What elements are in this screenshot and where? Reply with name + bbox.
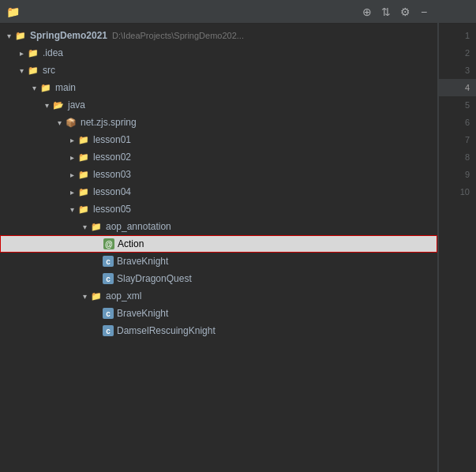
tree-item-lesson01[interactable]: 📁lesson01 <box>0 131 437 148</box>
line-panel-header <box>439 0 476 24</box>
folder-icon: 📁 <box>14 29 27 42</box>
arrow-empty <box>92 256 103 267</box>
item-label-aop_xml: aop_xml <box>106 290 141 302</box>
arrow-open[interactable] <box>41 99 52 111</box>
line-number-1: 1 <box>439 27 476 44</box>
folder-icon: 📁 <box>27 47 39 59</box>
folder-icon: 📁 <box>90 220 103 233</box>
tree-item-BraveKnight[interactable]: cBraveKnight <box>0 253 437 270</box>
item-label-main: main <box>55 82 76 93</box>
folder-icon: 📁 <box>77 203 90 215</box>
item-label-lesson01: lesson01 <box>93 134 131 145</box>
arrow-closed[interactable] <box>66 169 77 180</box>
tree-item-lesson05[interactable]: 📁lesson05 <box>0 200 437 218</box>
arrow-open[interactable] <box>79 221 90 232</box>
item-label-BraveKnight2: BraveKnight <box>117 308 168 319</box>
arrow-open[interactable] <box>16 65 27 76</box>
tree-item-net.zjs.spring[interactable]: 📦net.zjs.spring <box>0 114 437 131</box>
item-label-java: java <box>68 99 85 111</box>
line-number-4: 4 <box>439 79 476 96</box>
item-label-BraveKnight: BraveKnight <box>117 256 168 267</box>
tree-item-aop_xml[interactable]: 📁aop_xml <box>0 287 437 305</box>
settings-icon[interactable]: ⚙ <box>398 5 412 19</box>
arrow-open[interactable] <box>79 290 90 302</box>
tree-item-lesson04[interactable]: 📁lesson04 <box>0 183 437 200</box>
arrow-open[interactable] <box>3 30 14 41</box>
line-number-8: 8 <box>439 148 476 166</box>
folder-icon: 📁 <box>39 81 52 94</box>
project-panel: 📁 ⊕ ⇅ ⚙ − 📁SpringDemo2021D:\IdeaProjects… <box>0 0 438 472</box>
line-number-10: 10 <box>439 183 476 200</box>
tree-item-SlayDragonQuest[interactable]: cSlayDragonQuest <box>0 270 437 287</box>
tree-item-main[interactable]: 📁main <box>0 79 437 96</box>
folder-icon-header: 📁 <box>6 6 20 18</box>
item-label-aop_annotation: aop_annotation <box>106 221 171 232</box>
header-icons: ⊕ ⇅ ⚙ − <box>360 5 431 19</box>
add-icon[interactable]: ⊕ <box>360 5 374 19</box>
sort-icon[interactable]: ⇅ <box>379 5 393 19</box>
arrow-empty <box>92 238 103 249</box>
annotation-icon: @ <box>103 238 114 249</box>
item-label-lesson05: lesson05 <box>93 204 131 215</box>
line-number-5: 5 <box>439 96 476 114</box>
class-icon: c <box>103 308 114 319</box>
line-number-9: 9 <box>439 166 476 183</box>
project-tree[interactable]: 📁SpringDemo2021D:\IdeaProjects\SpringDem… <box>0 24 437 472</box>
item-label-src: src <box>43 65 55 76</box>
class-icon: c <box>103 325 114 336</box>
folder-icon: 📁 <box>77 133 90 146</box>
tree-item-Action[interactable]: @Action <box>0 235 437 253</box>
arrow-closed[interactable] <box>66 134 77 145</box>
line-numbers: 12345678910 <box>439 24 476 472</box>
arrow-empty <box>92 308 103 319</box>
line-number-3: 3 <box>439 62 476 79</box>
arrow-empty <box>92 273 103 284</box>
arrow-closed[interactable] <box>16 47 27 58</box>
tree-item-idea[interactable]: 📁.idea <box>0 44 437 62</box>
line-numbers-panel: 12345678910 <box>438 0 476 472</box>
arrow-open[interactable] <box>54 117 65 128</box>
tree-item-aop_annotation[interactable]: 📁aop_annotation <box>0 218 437 235</box>
class-icon: c <box>103 256 114 267</box>
item-label-idea: .idea <box>43 47 63 58</box>
folder-icon: 📁 <box>77 185 90 198</box>
item-path: D:\IdeaProjects\SpringDemo202... <box>112 31 244 40</box>
tree-item-src[interactable]: 📁src <box>0 62 437 79</box>
arrow-open[interactable] <box>28 82 39 93</box>
tree-item-java[interactable]: 📂java <box>0 96 437 114</box>
tree-item-lesson02[interactable]: 📁lesson02 <box>0 148 437 166</box>
folder-icon: 📁 <box>77 168 90 181</box>
arrow-empty <box>92 325 103 336</box>
item-label-DamselRescuingKnight: DamselRescuingKnight <box>117 325 216 336</box>
minimize-icon[interactable]: − <box>417 5 431 19</box>
folder-icon: 📁 <box>90 290 103 302</box>
arrow-open[interactable] <box>66 204 77 215</box>
item-label-SlayDragonQuest: SlayDragonQuest <box>117 273 192 284</box>
folder-yellow-icon: 📂 <box>52 99 65 111</box>
folder-icon: 📁 <box>27 64 39 77</box>
folder-icon: 📁 <box>77 151 90 163</box>
item-label-root: SpringDemo2021 <box>30 30 107 41</box>
package-icon: 📦 <box>65 116 77 129</box>
item-label-lesson02: lesson02 <box>93 152 131 163</box>
item-label-Action: Action <box>118 238 144 249</box>
main-panel: 📁 ⊕ ⇅ ⚙ − 📁SpringDemo2021D:\IdeaProjects… <box>0 0 476 472</box>
line-number-2: 2 <box>439 44 476 62</box>
item-label-net.zjs.spring: net.zjs.spring <box>81 117 137 128</box>
class-icon: c <box>103 273 114 284</box>
item-label-lesson04: lesson04 <box>93 186 131 197</box>
item-label-lesson03: lesson03 <box>93 169 131 180</box>
line-number-6: 6 <box>439 114 476 131</box>
panel-header: 📁 ⊕ ⇅ ⚙ − <box>0 0 437 24</box>
tree-item-root[interactable]: 📁SpringDemo2021D:\IdeaProjects\SpringDem… <box>0 27 437 44</box>
tree-item-DamselRescuingKnight[interactable]: cDamselRescuingKnight <box>0 322 437 339</box>
tree-item-BraveKnight2[interactable]: cBraveKnight <box>0 305 437 322</box>
line-number-7: 7 <box>439 131 476 148</box>
arrow-closed[interactable] <box>66 186 77 197</box>
tree-item-lesson03[interactable]: 📁lesson03 <box>0 166 437 183</box>
arrow-closed[interactable] <box>66 152 77 163</box>
